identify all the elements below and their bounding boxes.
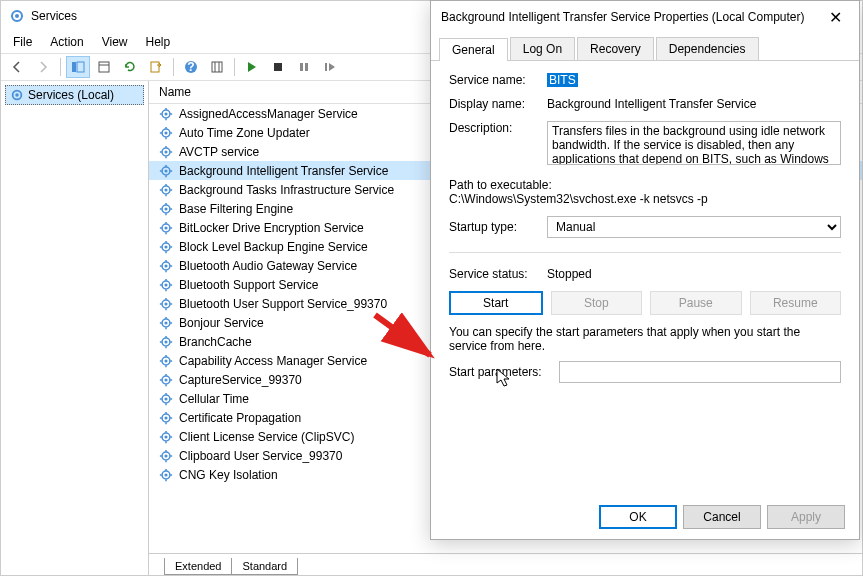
service-name: Clipboard User Service_99370 [179, 449, 342, 463]
tab-logon[interactable]: Log On [510, 37, 575, 60]
gear-icon [159, 449, 173, 463]
gear-icon [159, 297, 173, 311]
menu-help[interactable]: Help [138, 33, 179, 51]
value-description[interactable]: Transfers files in the background using … [547, 121, 841, 165]
gear-icon [159, 354, 173, 368]
refresh-button[interactable] [118, 56, 142, 78]
stop-service-button[interactable] [266, 56, 290, 78]
show-tree-button[interactable] [66, 56, 90, 78]
label-service-status: Service status: [449, 267, 547, 281]
svg-point-25 [164, 131, 167, 134]
svg-rect-2 [72, 62, 76, 72]
gear-icon [10, 88, 24, 102]
svg-point-67 [164, 264, 167, 267]
svg-point-97 [164, 359, 167, 362]
columns-button[interactable] [205, 56, 229, 78]
svg-point-115 [164, 416, 167, 419]
tab-dependencies[interactable]: Dependencies [656, 37, 759, 60]
pause-service-button[interactable] [292, 56, 316, 78]
svg-point-49 [164, 207, 167, 210]
svg-point-133 [164, 473, 167, 476]
tab-recovery[interactable]: Recovery [577, 37, 654, 60]
properties-button[interactable] [92, 56, 116, 78]
control-buttons: Start Stop Pause Resume [449, 291, 841, 315]
service-name: Auto Time Zone Updater [179, 126, 310, 140]
gear-icon [159, 107, 173, 121]
svg-point-109 [164, 397, 167, 400]
label-description: Description: [449, 121, 547, 135]
svg-point-103 [164, 378, 167, 381]
menu-file[interactable]: File [5, 33, 40, 51]
service-name: BranchCache [179, 335, 252, 349]
dialog-body: Service name: BITS Display name: Backgro… [431, 61, 859, 405]
toolbar-separator [60, 58, 61, 76]
tree-root-label: Services (Local) [28, 88, 114, 102]
gear-icon [159, 335, 173, 349]
help-button[interactable]: ? [179, 56, 203, 78]
toolbar-separator [173, 58, 174, 76]
start-params-input[interactable] [559, 361, 841, 383]
service-name: AVCTP service [179, 145, 259, 159]
service-name: Cellular Time [179, 392, 249, 406]
gear-icon [159, 373, 173, 387]
stop-button: Stop [551, 291, 643, 315]
svg-point-91 [164, 340, 167, 343]
service-name: Background Tasks Infrastructure Service [179, 183, 394, 197]
gear-icon [159, 202, 173, 216]
properties-dialog: Background Intelligent Transfer Service … [430, 0, 860, 540]
apply-button: Apply [767, 505, 845, 529]
tab-standard[interactable]: Standard [231, 558, 298, 575]
service-name: BitLocker Drive Encryption Service [179, 221, 364, 235]
value-service-status: Stopped [547, 267, 841, 281]
svg-rect-3 [77, 62, 84, 72]
label-service-name: Service name: [449, 73, 547, 87]
startup-type-select[interactable]: Manual [547, 216, 841, 238]
start-button[interactable]: Start [449, 291, 543, 315]
gear-icon [159, 183, 173, 197]
menu-action[interactable]: Action [42, 33, 91, 51]
service-name: CNG Key Isolation [179, 468, 278, 482]
label-display-name: Display name: [449, 97, 547, 111]
svg-rect-15 [325, 63, 327, 71]
dialog-title: Background Intelligent Transfer Service … [441, 10, 805, 24]
svg-rect-13 [300, 63, 303, 71]
gear-icon [159, 430, 173, 444]
svg-point-43 [164, 188, 167, 191]
tab-general[interactable]: General [439, 38, 508, 61]
gear-icon [159, 164, 173, 178]
gear-icon [159, 316, 173, 330]
start-params-hint: You can specify the start parameters tha… [449, 325, 841, 353]
forward-button[interactable] [31, 56, 55, 78]
service-name: Bluetooth User Support Service_99370 [179, 297, 387, 311]
svg-point-55 [164, 226, 167, 229]
close-icon[interactable]: ✕ [821, 3, 849, 31]
start-service-button[interactable] [240, 56, 264, 78]
tab-extended[interactable]: Extended [164, 558, 232, 575]
service-name: Block Level Backup Engine Service [179, 240, 368, 254]
svg-point-73 [164, 283, 167, 286]
pause-button: Pause [650, 291, 742, 315]
svg-point-79 [164, 302, 167, 305]
export-button[interactable] [144, 56, 168, 78]
gear-icon [159, 411, 173, 425]
tree-root[interactable]: Services (Local) [5, 85, 144, 105]
service-name: Client License Service (ClipSVC) [179, 430, 354, 444]
service-name: AssignedAccessManager Service [179, 107, 358, 121]
menu-view[interactable]: View [94, 33, 136, 51]
toolbar-separator [234, 58, 235, 76]
gear-icon [159, 392, 173, 406]
svg-point-37 [164, 169, 167, 172]
restart-service-button[interactable] [318, 56, 342, 78]
cancel-button[interactable]: Cancel [683, 505, 761, 529]
svg-rect-4 [99, 62, 109, 72]
gear-icon [159, 126, 173, 140]
svg-rect-9 [212, 62, 222, 72]
gear-icon [159, 259, 173, 273]
view-tabs: Extended Standard [149, 553, 862, 575]
back-button[interactable] [5, 56, 29, 78]
resume-button: Resume [750, 291, 842, 315]
service-name: Base Filtering Engine [179, 202, 293, 216]
gear-icon [159, 221, 173, 235]
gear-icon [159, 145, 173, 159]
ok-button[interactable]: OK [599, 505, 677, 529]
